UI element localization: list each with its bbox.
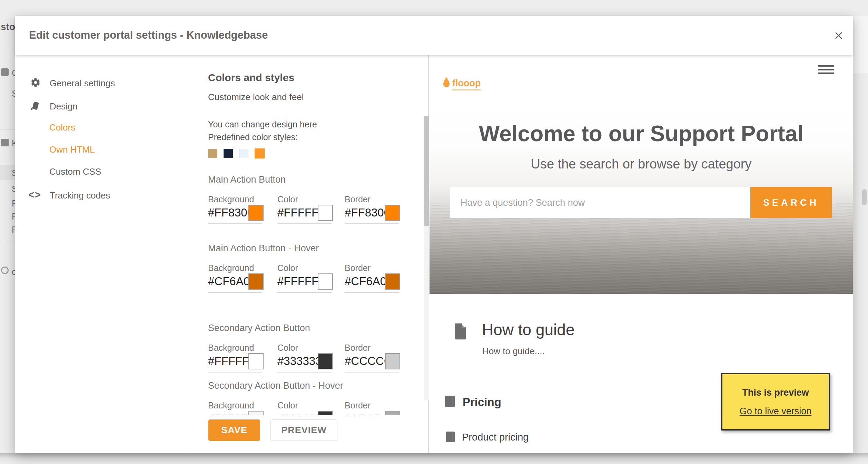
hex-value-input[interactable]: #333333 [277,412,322,415]
sidebar-item-colors[interactable]: Colors [49,122,75,133]
sidebar-item-custom-css[interactable]: Custom CSS [49,166,101,177]
color-field-color[interactable]: Color #FFFFFF [277,263,332,293]
preset-swatch-navy[interactable] [224,149,233,158]
edit-portal-settings-modal: General settings Design Colors Own HTML … [15,16,853,453]
color-field-border[interactable]: Border #CCCCCC [345,343,399,373]
occluded-text-fragment: C [12,68,15,78]
sidebar-item-design[interactable]: Design [50,101,78,112]
color-swatch[interactable] [385,273,400,290]
settings-scroll-area: You can change design here Predefined co… [188,55,424,415]
color-swatch[interactable] [248,411,264,415]
preview-mode-badge: This is preview Go to live version [721,373,830,431]
settings-scrollbar-thumb[interactable] [424,116,429,226]
occluded-icon [1,139,9,146]
divider [853,73,868,73]
preview-button[interactable]: PREVIEW [270,419,337,441]
color-field-color[interactable]: Color #333333 [277,343,332,373]
divider [0,242,15,242]
preset-swatch-light[interactable] [239,149,248,158]
hero-title: Welcome to our Support Portal [430,121,853,146]
divider [0,45,15,45]
color-swatch[interactable] [248,353,264,369]
category-pricing[interactable]: Pricing [463,396,501,409]
sidebar-item-tracking-codes[interactable]: Tracking codes [50,190,110,201]
color-swatch[interactable] [248,205,264,221]
save-button[interactable]: SAVE [208,419,260,441]
category-product-pricing[interactable]: Product pricing [462,432,529,443]
hex-value-input[interactable]: #FF8300 [345,206,390,219]
occluded-text-fragment: K [12,138,15,149]
occluded-text-fragment: P [12,224,15,235]
occluded-text-fragment: S [12,184,15,194]
field-label: Color [277,263,298,273]
modal-title: Edit customer portal settings - Knowledg… [29,29,268,41]
book-icon [446,432,455,442]
sidebar-item-own-html[interactable]: Own HTML [49,144,95,155]
preset-swatch-orange[interactable] [255,148,265,158]
occluded-text-fragment: P [12,198,15,209]
close-icon[interactable] [834,31,844,40]
section-title: Main Action Button [208,174,286,185]
hex-value-input[interactable]: #FF8300 [208,206,254,219]
field-label: Background [208,194,254,204]
hex-value-input[interactable]: #F6F6F6 [208,412,254,415]
search-input[interactable] [450,187,750,218]
page-scrollbar-thumb[interactable] [862,189,867,205]
field-label: Background [208,400,254,410]
section-title: Secondary Action Button - Hover [208,380,343,391]
field-label: Color [277,343,298,353]
field-label: Background [208,343,254,353]
occluded-text-fragment: S [12,168,15,178]
settings-scrollbar-track[interactable] [424,116,429,400]
hamburger-menu-icon[interactable] [818,65,834,75]
color-swatch[interactable] [248,273,264,290]
search-button[interactable]: SEARCH [750,187,832,218]
intro-text: Predefined color styles: [208,132,298,142]
gear-icon [30,77,41,89]
book-icon [445,396,455,407]
occluded-icon [1,68,9,76]
section-title: Secondary Action Button [208,323,310,334]
preset-swatch-tan[interactable] [208,149,217,158]
go-to-live-version-link[interactable]: Go to live version [722,406,829,417]
field-label: Color [277,400,298,410]
divider [0,129,15,129]
field-label: Border [345,400,371,410]
color-field-background[interactable]: Background #FFFFFF [208,343,262,373]
occluded-icon [1,267,9,274]
colors-settings-panel: Colors and styles Customize look and fee… [188,55,429,453]
field-label: Border [345,263,371,273]
design-icon [29,100,40,113]
color-swatch[interactable] [318,353,333,369]
droplet-icon [442,77,451,91]
color-swatch[interactable] [318,205,333,221]
color-field-background[interactable]: Background #CF6A00 [208,263,262,293]
field-label: Color [277,194,298,204]
color-field-color[interactable]: Color #FFFFFF [277,194,332,224]
settings-sidebar: General settings Design Colors Own HTML … [15,55,188,453]
occluded-panel [853,16,868,73]
color-field-border[interactable]: Border #CF6A00 [345,263,399,293]
article-title[interactable]: How to guide [482,320,575,339]
color-field-border[interactable]: Border #ADADAD [345,400,399,415]
backdrop-bottom-shadow [0,453,868,464]
color-field-background[interactable]: Background #F6F6F6 [208,400,262,415]
color-field-border[interactable]: Border #FF8300 [345,194,399,224]
color-swatch[interactable] [385,353,400,369]
color-field-background[interactable]: Background #FF8300 [208,194,262,224]
color-swatch[interactable] [385,411,400,415]
color-swatch[interactable] [385,205,400,221]
field-label: Border [345,194,371,204]
occluded-text-fragment: S [12,88,15,99]
intro-text: You can change design here [208,119,317,129]
logo-text: flooop [452,78,481,90]
color-swatch[interactable] [318,411,333,415]
color-swatch[interactable] [318,273,333,290]
badge-text: This is preview [722,387,829,398]
sidebar-item-general-settings[interactable]: General settings [50,78,115,89]
portal-preview-pane: flooop Welcome to our Support Portal Use… [430,55,853,453]
hex-value-input[interactable]: #333333 [277,355,322,368]
section-title: Main Action Button - Hover [208,243,319,254]
color-field-color[interactable]: Color #333333 [277,400,332,415]
field-label: Background [208,263,254,273]
